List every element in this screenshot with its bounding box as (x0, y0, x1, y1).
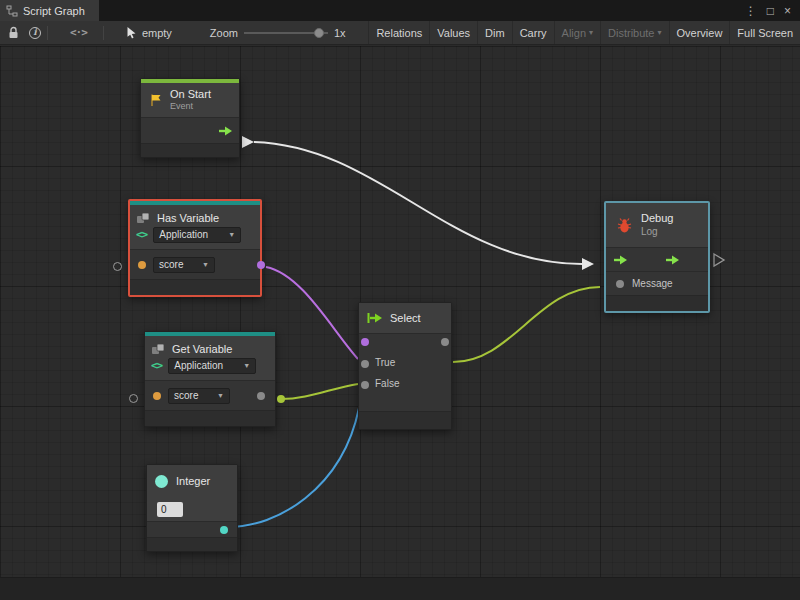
button-label: Overview (677, 27, 723, 39)
info-icon[interactable]: i (29, 27, 41, 39)
node-has-variable[interactable]: Has Variable <> Application ▼ score ▼ (128, 199, 262, 297)
bug-icon (616, 217, 633, 234)
dropdown-arrow-icon: ▼ (202, 261, 209, 268)
node-title: Integer (176, 475, 210, 487)
flag-icon (149, 93, 163, 107)
window-controls: ⋮ □ × (745, 0, 800, 21)
node-title: On Start (170, 88, 211, 102)
tab-title: Script Graph (23, 5, 85, 17)
variable-name-port[interactable] (138, 261, 146, 269)
false-input-port[interactable] (361, 381, 369, 389)
variable-name-dropdown[interactable]: score ▼ (153, 257, 215, 273)
integer-output-port[interactable] (220, 526, 228, 534)
zoom-value: 1x (334, 27, 346, 39)
variable-name-value: score (174, 390, 198, 401)
lock-icon[interactable] (8, 26, 19, 39)
carry-button[interactable]: Carry (512, 21, 554, 44)
window-menu-icon[interactable]: ⋮ (745, 4, 757, 18)
node-title: Debug (641, 212, 673, 226)
variable-name-dropdown[interactable]: score ▼ (168, 388, 230, 404)
toolbar-button-group: Relations Values Dim Carry Align ▾ Distr… (368, 21, 800, 44)
connected-value-port[interactable] (277, 395, 285, 403)
button-label: Align (562, 27, 586, 39)
toolbar-separator (103, 26, 104, 40)
close-icon[interactable]: × (784, 4, 791, 18)
variable-kind-icon: <> (136, 228, 147, 241)
button-label: Full Screen (737, 27, 793, 39)
dropdown-arrow-icon: ▼ (217, 392, 224, 399)
graph-toolbar: i <·> empty Zoom 1x Relations Values Dim… (0, 21, 800, 45)
edge-select-to-debuglog-message (453, 287, 600, 362)
unconnected-input-port[interactable] (113, 262, 122, 271)
flow-input-arrow[interactable] (582, 258, 594, 270)
toolbar-separator (47, 26, 48, 40)
cursor-icon (126, 26, 137, 39)
node-select[interactable]: Select True False (358, 302, 452, 430)
tab-script-graph[interactable]: Script Graph (0, 0, 99, 21)
dropdown-arrow-icon: ▼ (228, 231, 235, 238)
button-label: Values (437, 27, 470, 39)
align-button[interactable]: Align ▾ (554, 21, 600, 44)
graph-canvas[interactable]: On Start Event Has Variable <> (0, 46, 800, 600)
overview-button[interactable]: Overview (669, 21, 730, 44)
bool-output-port[interactable] (257, 261, 265, 269)
node-subtitle: Log (641, 226, 673, 239)
edge-getvariable-to-select-true (281, 384, 358, 399)
button-label: Distribute (608, 27, 654, 39)
button-label: Dim (485, 27, 505, 39)
scope-value: Application (159, 229, 208, 240)
flow-input-port[interactable] (614, 255, 628, 265)
flow-continue-arrow[interactable] (714, 254, 724, 266)
node-title: Get Variable (172, 343, 232, 355)
zoom-slider-track[interactable] (244, 32, 328, 34)
flow-output-port[interactable] (219, 126, 233, 136)
title-bar: Script Graph ⋮ □ × (0, 0, 800, 21)
true-input-port[interactable] (361, 360, 369, 368)
button-label: Carry (520, 27, 547, 39)
message-input-port[interactable] (616, 280, 624, 288)
integer-value: 0 (161, 504, 167, 515)
dropdown-arrow-icon: ▾ (658, 28, 662, 37)
scope-dropdown[interactable]: Application ▼ (168, 358, 256, 374)
relations-button[interactable]: Relations (368, 21, 429, 44)
true-port-label: True (375, 357, 395, 368)
fullscreen-button[interactable]: Full Screen (729, 21, 800, 44)
unconnected-input-port[interactable] (129, 394, 138, 403)
values-button[interactable]: Values (429, 21, 477, 44)
scope-dropdown[interactable]: Application ▼ (153, 227, 241, 243)
node-title: Select (390, 312, 421, 324)
node-subtitle: Event (170, 101, 211, 112)
dropdown-arrow-icon: ▼ (243, 362, 250, 369)
select-icon (367, 312, 383, 324)
false-port-label: False (375, 378, 399, 389)
node-on-start[interactable]: On Start Event (140, 78, 240, 158)
integer-value-field[interactable]: 0 (157, 502, 183, 517)
integer-type-icon (155, 475, 168, 488)
variables-icon (151, 343, 166, 356)
flow-output-arrow[interactable] (242, 136, 254, 148)
zoom-label: Zoom (210, 27, 238, 39)
distribute-button[interactable]: Distribute ▾ (600, 21, 668, 44)
scope-value: Application (174, 360, 223, 371)
condition-input-port[interactable] (361, 338, 369, 346)
button-label: Relations (376, 27, 422, 39)
variable-name-port[interactable] (153, 392, 161, 400)
selection-empty-label: empty (142, 27, 172, 39)
selection-output-port[interactable] (441, 338, 449, 346)
node-get-variable[interactable]: Get Variable <> Application ▼ score ▼ (144, 331, 276, 427)
variable-kind-icon: <> (151, 359, 162, 372)
zoom-slider-handle[interactable] (314, 28, 324, 38)
code-angle-icon[interactable]: <·> (70, 26, 87, 39)
variables-icon (136, 212, 151, 225)
script-graph-icon (6, 5, 18, 17)
variable-name-value: score (159, 259, 183, 270)
node-title: Has Variable (157, 212, 219, 224)
flow-output-port[interactable] (666, 255, 680, 265)
edge-hasvariable-to-select (266, 267, 358, 359)
node-integer[interactable]: Integer 0 (146, 464, 238, 552)
dim-button[interactable]: Dim (477, 21, 512, 44)
maximize-icon[interactable]: □ (767, 4, 774, 18)
node-debug-log[interactable]: Debug Log Message (604, 201, 710, 313)
canvas-bottom-gutter (0, 577, 800, 600)
value-output-port[interactable] (257, 392, 265, 400)
